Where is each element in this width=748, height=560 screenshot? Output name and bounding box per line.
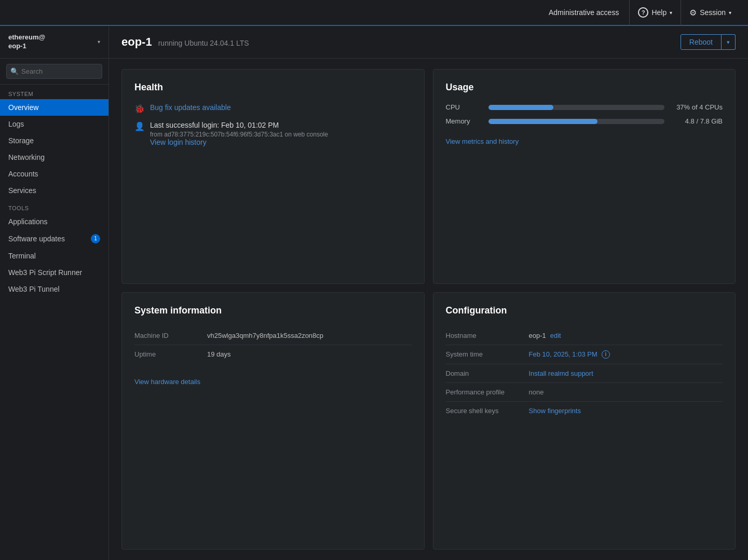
search-input[interactable] <box>6 64 102 79</box>
content-grid: Health 🐞 Bug fix updates available 👤 Las… <box>109 59 748 560</box>
view-login-history-link[interactable]: View login history <box>150 138 207 146</box>
gear-icon: ⚙ <box>689 8 697 18</box>
sidebar-item-software-updates[interactable]: Software updates 1 <box>0 230 108 248</box>
system-info-card: System information Machine ID vh25wlga3q… <box>121 292 425 550</box>
perf-value: none <box>529 383 723 401</box>
sidebar-item-overview[interactable]: Overview <box>0 99 108 116</box>
login-label: Last successful login: Feb 10, 01:02 PM <box>150 121 328 129</box>
sidebar-item-services[interactable]: Services <box>0 182 108 199</box>
configuration-card: Configuration Hostname eop-1 edit System… <box>433 292 736 550</box>
sidebar-item-label: Terminal <box>8 252 36 260</box>
sidebar-item-terminal[interactable]: Terminal <box>0 248 108 264</box>
show-fingerprints-link[interactable]: Show fingerprints <box>529 407 581 415</box>
memory-bar-track <box>488 119 665 124</box>
health-card: Health 🐞 Bug fix updates available 👤 Las… <box>121 69 425 284</box>
session-button[interactable]: ⚙ Session ▾ <box>681 0 740 25</box>
machine-id-value: vh25wlga3qmh7y8nfpa1k5ssa2zon8cp <box>207 326 412 345</box>
memory-usage-row: Memory 4.8 / 7.8 GiB <box>446 117 723 125</box>
sidebar-item-label: Overview <box>8 103 38 112</box>
login-from: from ad78:3775:219c:507b:54f6:96f5:3d75:… <box>150 131 328 138</box>
system-time-value-cell: Feb 10, 2025, 1:03 PM i <box>529 345 723 364</box>
server-caret-icon: ▾ <box>98 39 100 45</box>
ssh-value-cell: Show fingerprints <box>529 401 723 420</box>
system-time-info-icon[interactable]: i <box>602 350 610 359</box>
sidebar-item-label: Logs <box>8 120 24 128</box>
help-button[interactable]: ? Help ▾ <box>629 0 681 25</box>
session-label: Session <box>700 8 726 17</box>
view-hardware-link[interactable]: View hardware details <box>134 378 200 386</box>
perf-value-text: none <box>529 388 544 396</box>
sidebar-item-label: Web3 Pi Tunnel <box>8 285 60 293</box>
user-icon: 👤 <box>134 121 145 131</box>
domain-link[interactable]: Install realmd support <box>529 370 593 377</box>
search-container: 🔍 <box>0 59 108 85</box>
admin-access-label: Administrative access <box>538 8 629 17</box>
memory-value: 4.8 / 7.8 GiB <box>671 117 723 125</box>
sidebar-item-logs[interactable]: Logs <box>0 116 108 132</box>
help-label: Help <box>651 8 667 17</box>
sidebar-item-networking[interactable]: Networking <box>0 149 108 166</box>
cpu-value: 37% of 4 CPUs <box>671 103 723 111</box>
reboot-dropdown-button[interactable]: ▾ <box>722 34 736 50</box>
server-hostname: eop-1 <box>8 42 45 51</box>
domain-row: Domain Install realmd support <box>446 364 723 383</box>
uptime-label: Uptime <box>134 345 207 363</box>
search-icon: 🔍 <box>10 67 19 75</box>
page-title-area: eop-1 running Ubuntu 24.04.1 LTS <box>121 35 249 49</box>
uptime-value: 19 days <box>207 345 412 363</box>
config-title: Configuration <box>446 305 723 316</box>
main-content: eop-1 running Ubuntu 24.04.1 LTS Reboot … <box>109 26 748 560</box>
hostname-label: Hostname <box>446 326 529 345</box>
sidebar-item-applications[interactable]: Applications <box>0 213 108 230</box>
login-item: 👤 Last successful login: Feb 10, 01:02 P… <box>134 121 412 146</box>
view-metrics-link[interactable]: View metrics and history <box>446 138 519 145</box>
server-selector[interactable]: ethereum@ eop-1 ▾ <box>0 26 108 59</box>
uptime-row: Uptime 19 days <box>134 345 412 363</box>
session-caret-icon: ▾ <box>729 10 731 16</box>
ssh-label: Secure shell keys <box>446 401 529 420</box>
system-info-title: System information <box>134 305 412 316</box>
hostname-row: Hostname eop-1 edit <box>446 326 723 345</box>
machine-id-label: Machine ID <box>134 326 207 345</box>
bug-fix-item: 🐞 Bug fix updates available <box>134 103 412 114</box>
sidebar-item-label: Web3 Pi Script Runner <box>8 268 82 277</box>
software-updates-badge: 1 <box>91 234 100 243</box>
reboot-button[interactable]: Reboot <box>681 34 722 50</box>
hostname-value-cell: eop-1 edit <box>529 326 723 345</box>
server-name: ethereum@ eop-1 <box>8 33 45 51</box>
sidebar-item-accounts[interactable]: Accounts <box>0 166 108 182</box>
bug-icon: 🐞 <box>134 104 145 114</box>
cpu-label: CPU <box>446 103 482 111</box>
domain-label: Domain <box>446 364 529 383</box>
usage-card: Usage CPU 37% of 4 CPUs Memory 4.8 / 7.8… <box>433 69 736 284</box>
reboot-btn-group: Reboot ▾ <box>681 34 736 50</box>
cpu-bar-fill <box>488 105 554 110</box>
ssh-row: Secure shell keys Show fingerprints <box>446 401 723 420</box>
system-info-table: Machine ID vh25wlga3qmh7y8nfpa1k5ssa2zon… <box>134 326 412 363</box>
page-header: eop-1 running Ubuntu 24.04.1 LTS Reboot … <box>109 26 748 59</box>
sidebar: ethereum@ eop-1 ▾ 🔍 System Overview Logs… <box>0 26 109 560</box>
sidebar-item-storage[interactable]: Storage <box>0 132 108 149</box>
hostname-edit-link[interactable]: edit <box>550 332 561 339</box>
perf-label: Performance profile <box>446 383 529 401</box>
health-title: Health <box>134 82 412 93</box>
bug-fix-link[interactable]: Bug fix updates available <box>150 103 231 112</box>
server-user: ethereum@ <box>8 33 45 42</box>
system-time-value[interactable]: Feb 10, 2025, 1:03 PM <box>529 350 597 358</box>
page-title: eop-1 <box>121 35 152 49</box>
cpu-bar-track <box>488 105 665 110</box>
sidebar-item-web3-pi-tunnel[interactable]: Web3 Pi Tunnel <box>0 281 108 297</box>
sidebar-item-web3-pi-script[interactable]: Web3 Pi Script Runner <box>0 264 108 281</box>
memory-label: Memory <box>446 117 482 125</box>
system-section-label: System <box>0 85 108 99</box>
tools-section-label: Tools <box>0 199 108 213</box>
system-time-label: System time <box>446 345 529 364</box>
help-caret-icon: ▾ <box>670 10 672 16</box>
reboot-caret-icon: ▾ <box>727 39 730 45</box>
machine-id-row: Machine ID vh25wlga3qmh7y8nfpa1k5ssa2zon… <box>134 326 412 345</box>
config-table: Hostname eop-1 edit System time Fe <box>446 326 723 420</box>
perf-row: Performance profile none <box>446 383 723 401</box>
sidebar-item-label: Software updates <box>8 235 65 243</box>
sidebar-item-label: Storage <box>8 136 34 145</box>
usage-title: Usage <box>446 82 723 93</box>
